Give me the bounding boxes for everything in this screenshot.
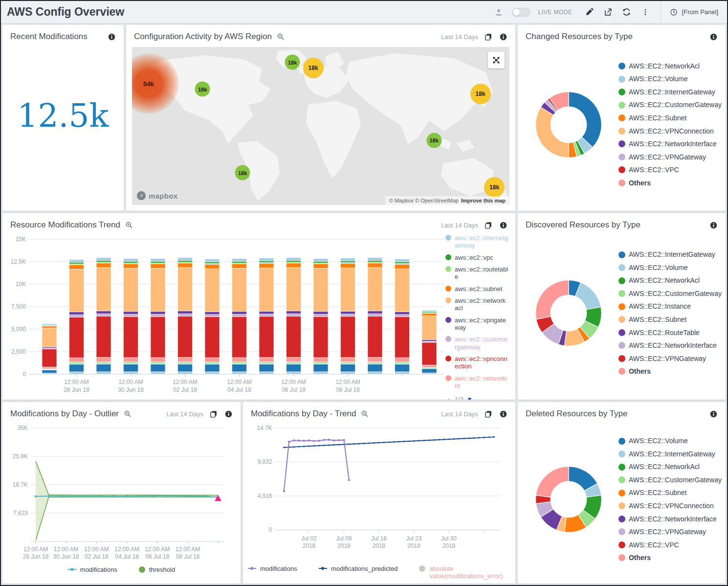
zoom-in-icon[interactable] (122, 408, 133, 419)
legend-item[interactable]: aws::ec2::internetgateway (445, 234, 509, 249)
region-map[interactable]: 54k18k18k18k18k18k18k18k mapbox © Mapbox… (132, 47, 509, 205)
legend-swatch (445, 375, 451, 381)
legend-item[interactable]: aws::ec2::networkint (445, 375, 509, 390)
legend-item[interactable]: aws::ec2::vpngateway (445, 316, 509, 332)
map-bubble[interactable]: 18k (426, 133, 441, 148)
info-icon[interactable] (498, 408, 508, 419)
trend-line-chart[interactable]: 14.7K9,8324,9160Jul 022018Jul 092018Jul … (247, 422, 507, 564)
legend-item[interactable]: AWS::EC2::NetworkAcl (618, 62, 722, 70)
live-mode-toggle[interactable] (512, 8, 530, 17)
legend-item[interactable]: AWS::EC2::Subnet (618, 489, 722, 497)
legend-item[interactable]: AWS::EC2::NetworkInterface (618, 341, 722, 350)
svg-text:14.7K: 14.7K (257, 425, 272, 431)
legend-item[interactable]: Others (618, 554, 722, 562)
stacked-bar-chart[interactable]: 02,5005,0007,50010K12.5K15K12:00 AM28 Ju… (5, 233, 445, 395)
svg-text:12:00 AM: 12:00 AM (23, 546, 48, 553)
legend-item[interactable]: AWS::EC2::VPNGateway (618, 528, 722, 536)
discovered-resources-legend: AWS::EC2::InternetGatewayAWS::EC2::Volum… (618, 250, 722, 375)
legend-item[interactable]: AWS::EC2::Volume (618, 75, 722, 83)
duplicate-icon[interactable] (483, 31, 493, 42)
legend-label: Others (629, 367, 651, 376)
legend-item[interactable]: AWS::EC2::VPNConnection (618, 127, 722, 135)
legend-item[interactable]: AWS::EC2::Volume (618, 264, 722, 272)
time-range-selector[interactable]: [From Panel] (661, 1, 727, 23)
legend-item[interactable]: Others (618, 179, 722, 187)
legend-label: AWS::EC2::NetworkAcl (629, 276, 700, 285)
time-range-value: [From Panel] (682, 8, 718, 16)
legend-label: AWS::EC2::NetworkInterface (629, 341, 717, 350)
legend-item[interactable]: AWS::EC2::NetworkInterface (618, 140, 722, 148)
map-bubble[interactable]: 18k (195, 82, 210, 97)
legend-item[interactable]: AWS::EC2::NetworkInterface (618, 515, 722, 523)
legend-item[interactable]: AWS::EC2::NetworkAcl (618, 463, 722, 471)
map-bubble[interactable]: 18k (470, 84, 491, 104)
svg-text:35K: 35K (18, 425, 28, 431)
legend-page-up-icon[interactable]: ▲ (445, 396, 452, 400)
more-menu-icon[interactable] (640, 7, 651, 18)
map-bubble[interactable]: 18k (235, 165, 250, 180)
legend-item[interactable]: aws::ec2::customergateway (445, 336, 509, 351)
legend-item[interactable]: AWS::EC2::CustomerGateway (618, 101, 722, 109)
legend-item[interactable]: absolute value(modifications_error) (419, 565, 510, 580)
legend-label: AWS::EC2::Instance (629, 302, 691, 311)
legend-item[interactable]: AWS::EC2::Volume (618, 437, 722, 445)
legend-item[interactable]: AWS::EC2::NetworkAcl (618, 276, 722, 285)
legend-item[interactable]: aws::ec2::vpc (445, 254, 509, 261)
legend-item[interactable]: aws::ec2::vpnconnection (445, 355, 509, 370)
zoom-in-icon[interactable] (275, 31, 286, 42)
legend-item[interactable]: AWS::EC2::VPC (618, 166, 722, 174)
info-icon[interactable] (708, 31, 719, 42)
outlier-line-chart[interactable]: 35K25.9K16.7K7,62312:00 AM28 Jun 1812:00… (6, 422, 233, 565)
legend-item[interactable]: modifications (248, 565, 297, 572)
map-bubble[interactable]: 18k (303, 58, 324, 78)
svg-text:08 Jul 18: 08 Jul 18 (176, 553, 200, 560)
changed-resources-donut[interactable] (530, 79, 607, 170)
info-icon[interactable] (708, 220, 719, 230)
improve-map-link[interactable]: Improve this map (461, 198, 506, 203)
discovered-resources-donut[interactable] (530, 268, 607, 359)
legend-item[interactable]: AWS::EC2::VPNGateway (618, 153, 722, 161)
deleted-resources-donut[interactable] (530, 454, 607, 545)
info-icon[interactable] (106, 31, 117, 42)
panel-title: Resource Modifications Trend (10, 220, 120, 230)
legend-item[interactable]: AWS::EC2::Subnet (618, 316, 722, 324)
duplicate-icon[interactable] (208, 408, 219, 419)
zoom-in-icon[interactable] (359, 408, 370, 419)
legend-item[interactable]: AWS::EC2::RouteTable (618, 329, 722, 337)
legend-item[interactable]: threshold (139, 566, 175, 573)
info-icon[interactable] (498, 220, 508, 230)
svg-text:12:00 AM: 12:00 AM (54, 546, 79, 553)
page-title: AWS Config Overview (7, 5, 124, 19)
legend-page-down-icon[interactable]: ▼ (466, 396, 473, 400)
legend-item[interactable]: modifications (68, 566, 117, 573)
refresh-icon[interactable] (621, 7, 632, 18)
info-icon[interactable] (708, 408, 719, 419)
duplicate-icon[interactable] (483, 220, 493, 230)
info-icon[interactable] (498, 31, 508, 42)
map-bubble[interactable]: 18k (484, 177, 505, 198)
duplicate-icon[interactable] (483, 408, 493, 419)
zoom-in-icon[interactable] (124, 220, 134, 230)
info-icon[interactable] (223, 408, 234, 419)
legend-item[interactable]: AWS::EC2::CustomerGateway (618, 476, 722, 484)
edit-icon[interactable] (584, 7, 595, 18)
legend-item[interactable]: AWS::EC2::VPC (618, 541, 722, 549)
legend-item[interactable]: aws::ec2::routetable (445, 266, 509, 281)
legend-item[interactable]: AWS::EC2::InternetGateway (618, 250, 722, 259)
expand-icon[interactable] (488, 52, 505, 68)
legend-item[interactable]: AWS::EC2::Instance (618, 302, 722, 311)
map-bubble[interactable]: 18k (285, 55, 300, 70)
share-icon[interactable] (603, 7, 614, 18)
svg-text:0: 0 (22, 371, 26, 378)
legend-item[interactable]: AWS::EC2::InternetGateway (618, 450, 722, 458)
legend-item[interactable]: AWS::EC2::VPNConnection (618, 502, 722, 510)
legend-item[interactable]: AWS::EC2::InternetGateway (618, 88, 722, 96)
legend-item[interactable]: modifications_predicted (319, 565, 398, 572)
legend-item[interactable]: AWS::EC2::Subnet (618, 114, 722, 122)
legend-item[interactable]: AWS::EC2::VPNGateway (618, 355, 722, 363)
mapbox-logo[interactable]: mapbox (136, 190, 177, 201)
legend-item[interactable]: AWS::EC2::CustomerGateway (618, 290, 722, 298)
legend-item[interactable]: aws::ec2::subnet (445, 285, 509, 293)
legend-item[interactable]: Others (618, 367, 722, 376)
legend-item[interactable]: aws::ec2::networkacl (445, 297, 509, 312)
